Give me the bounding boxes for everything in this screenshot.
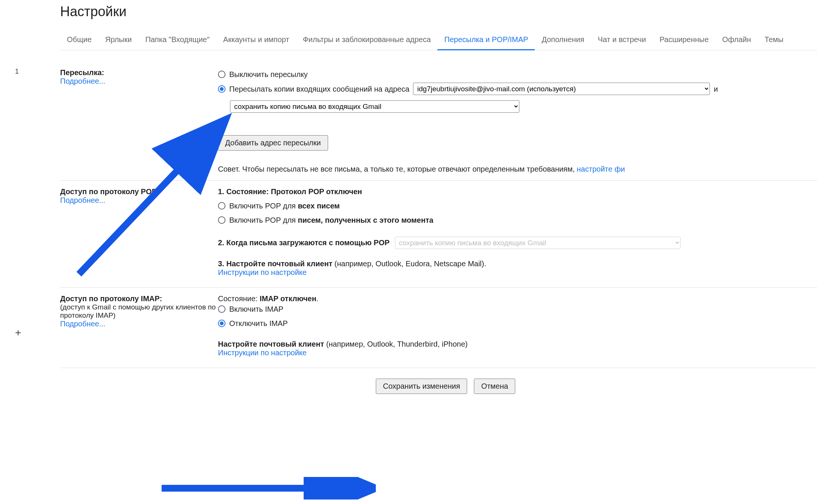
tab-5[interactable]: Пересылка и POP/IMAP	[437, 30, 535, 50]
pop-learn-more-link[interactable]: Подробнее...	[60, 196, 105, 204]
tab-7[interactable]: Чат и встречи	[591, 30, 653, 50]
tab-9[interactable]: Офлайн	[716, 30, 758, 50]
forwarding-address-select[interactable]: idg7jeubrtiujivosite@jivo-mail.com (испо…	[413, 83, 710, 95]
settings-tabs: ОбщиеЯрлыкиПапка "Входящие"Аккаунты и им…	[60, 30, 817, 50]
tab-1[interactable]: Ярлыки	[98, 30, 139, 50]
pop-config-link[interactable]: Инструкции по настройке	[218, 268, 307, 276]
settings-content: Настройки ОбщиеЯрлыкиПапка "Входящие"Акк…	[60, 4, 817, 404]
settings-body: Пересылка: Подробнее... Выключить пересы…	[60, 50, 817, 404]
section-forwarding: Пересылка: Подробнее... Выключить пересы…	[60, 62, 817, 181]
tab-6[interactable]: Дополнения	[535, 30, 591, 50]
imap-radio-enable-label: Включить IMAP	[229, 303, 283, 315]
rail-plus-icon[interactable]: +	[15, 327, 21, 339]
forwarding-action-row: сохранить копию письма во входящих Gmail	[218, 97, 817, 113]
forwarding-tip: Совет. Чтобы пересылать не все письма, а…	[218, 165, 817, 174]
forwarding-tip-text: Совет. Чтобы пересылать не все письма, а…	[218, 165, 577, 173]
pop-radio-all-label: Включить POP для всех писем	[229, 200, 340, 212]
forwarding-radio-enable-label: Пересылать копии входящих сообщений на а…	[229, 83, 409, 95]
forwarding-content: Выключить пересылку Пересылать копии вхо…	[218, 68, 817, 174]
forwarding-and-word: и	[714, 83, 718, 95]
imap-radio-disable-label: Отключить IMAP	[229, 317, 288, 329]
radio-icon	[218, 320, 225, 327]
radio-icon	[218, 71, 225, 78]
tab-4[interactable]: Фильтры и заблокированные адреса	[296, 30, 438, 50]
section-imap: Доступ по протоколу IMAP: (доступ к Gmai…	[60, 288, 817, 368]
forwarding-radio-disable-row[interactable]: Выключить пересылку	[218, 68, 817, 80]
forwarding-radio-enable-row[interactable]: Пересылать копии входящих сообщений на а…	[218, 83, 817, 95]
page-title: Настройки	[60, 4, 817, 20]
pop-step3-prefix: 3. Настройте почтовый клиент	[218, 260, 333, 268]
tab-2[interactable]: Папка "Входящие"	[139, 30, 216, 50]
tab-10[interactable]: Темы	[758, 30, 790, 50]
annotation-arrow-bottom	[158, 477, 376, 499]
pop-radio-all-row[interactable]: Включить POP для всех писем	[218, 200, 817, 212]
imap-learn-more-link[interactable]: Подробнее...	[60, 320, 105, 328]
imap-label-col: Доступ по протоколу IMAP: (доступ к Gmai…	[60, 294, 218, 361]
radio-icon	[218, 305, 225, 313]
imap-title: Доступ по протоколу IMAP:	[60, 294, 218, 303]
cancel-button[interactable]: Отмена	[474, 379, 515, 394]
forwarding-title: Пересылка:	[60, 68, 218, 77]
save-button[interactable]: Сохранить изменения	[376, 379, 467, 394]
imap-status: Состояние: IMAP отключен.	[218, 294, 817, 303]
radio-icon	[218, 202, 225, 210]
imap-config-rest: (например, Outlook, Thunderbird, iPhone)	[324, 340, 468, 348]
forwarding-radio-disable-label: Выключить пересылку	[229, 68, 308, 80]
pop-step3-rest: (например, Outlook, Eudora, Netscape Mai…	[333, 260, 486, 268]
pop-step2-label: 2. Когда письма загружаются с помощью PO…	[218, 238, 390, 247]
imap-radio-disable-row[interactable]: Отключить IMAP	[218, 317, 817, 329]
left-rail: 1 +	[0, 0, 26, 504]
tab-8[interactable]: Расширенные	[653, 30, 716, 50]
radio-icon	[218, 216, 225, 224]
pop-title: Доступ по протоколу POP:	[60, 187, 218, 196]
pop-step1-status: 1. Состояние: Протокол POP отключен	[218, 187, 817, 196]
pop-action-select: сохранить копию письма во входящих Gmail	[395, 237, 681, 249]
footer-buttons: Сохранить изменения Отмена	[376, 368, 817, 404]
imap-subtitle: (доступ к Gmail с помощью других клиенто…	[60, 303, 218, 320]
tab-0[interactable]: Общие	[60, 30, 98, 50]
pop-label-col: Доступ по протоколу POP: Подробнее...	[60, 187, 218, 281]
pop-step3-row: 3. Настройте почтовый клиент (например, …	[218, 260, 817, 277]
pop-step2-row: 2. Когда письма загружаются с помощью PO…	[218, 237, 817, 249]
imap-config-row: Настройте почтовый клиент (например, Out…	[218, 340, 817, 357]
pop-radio-now-label: Включить POP для писем, полученных с это…	[229, 214, 433, 226]
tab-3[interactable]: Аккаунты и импорт	[216, 30, 296, 50]
forwarding-learn-more-link[interactable]: Подробнее...	[60, 77, 105, 85]
imap-radio-enable-row[interactable]: Включить IMAP	[218, 303, 817, 315]
imap-config-link[interactable]: Инструкции по настройке	[218, 349, 307, 357]
radio-icon	[218, 85, 225, 93]
pop-content: 1. Состояние: Протокол POP отключен Вклю…	[218, 187, 817, 281]
imap-config-prefix: Настройте почтовый клиент	[218, 340, 324, 348]
add-forwarding-address-button[interactable]: Добавить адрес пересылки	[218, 135, 328, 151]
forwarding-tip-link[interactable]: настройте фи	[577, 165, 625, 173]
imap-content: Состояние: IMAP отключен. Включить IMAP …	[218, 294, 817, 361]
section-pop: Доступ по протоколу POP: Подробнее... 1.…	[60, 181, 817, 288]
forwarding-label-col: Пересылка: Подробнее...	[60, 68, 218, 174]
rail-count: 1	[15, 68, 19, 75]
pop-radio-now-row[interactable]: Включить POP для писем, полученных с это…	[218, 214, 817, 226]
forwarding-action-select[interactable]: сохранить копию письма во входящих Gmail	[230, 100, 519, 113]
